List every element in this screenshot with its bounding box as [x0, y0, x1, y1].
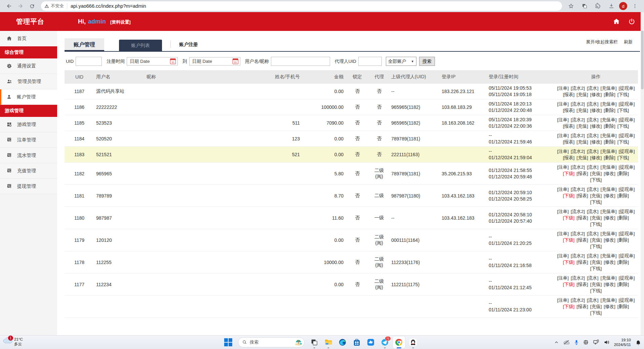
- action-link[interactable]: [删除]: [617, 215, 629, 220]
- action-link[interactable]: [流水]: [587, 231, 599, 236]
- action-link[interactable]: [删除]: [617, 193, 629, 198]
- action-link[interactable]: [修改]: [604, 193, 615, 198]
- menu-kebab-icon[interactable]: [631, 2, 639, 10]
- forward-icon[interactable]: [16, 2, 25, 10]
- action-link[interactable]: [修改]: [604, 215, 615, 220]
- action-link[interactable]: [下线]: [590, 244, 602, 249]
- start-icon[interactable]: [222, 336, 235, 349]
- action-link[interactable]: [修改]: [590, 92, 602, 97]
- action-link[interactable]: [充值]: [576, 124, 588, 129]
- action-link[interactable]: [下线]: [617, 124, 629, 129]
- action-link[interactable]: [报表]: [576, 260, 588, 265]
- action-link[interactable]: [注单]: [557, 133, 569, 138]
- action-link[interactable]: [提现单]: [619, 133, 635, 138]
- action-link[interactable]: [提现单]: [619, 86, 635, 91]
- qq-icon[interactable]: [407, 336, 419, 349]
- action-link[interactable]: [流水2]: [571, 133, 585, 138]
- action-link[interactable]: [修改]: [604, 282, 615, 287]
- action-link[interactable]: [报表]: [576, 282, 588, 287]
- action-link[interactable]: [提现单]: [619, 101, 635, 106]
- action-link[interactable]: [删除]: [617, 260, 629, 265]
- action-link[interactable]: [流水]: [587, 209, 599, 214]
- action-link[interactable]: [充值单]: [601, 101, 617, 106]
- extensions-icon[interactable]: [594, 2, 602, 10]
- security-chip[interactable]: 不安全: [44, 3, 67, 9]
- action-link[interactable]: [提现单]: [619, 253, 635, 258]
- action-link[interactable]: [下线]: [617, 108, 629, 113]
- action-link[interactable]: [修改]: [604, 304, 615, 309]
- action-link[interactable]: [下线]: [590, 310, 602, 315]
- action-link[interactable]: [注单]: [557, 165, 569, 170]
- crosshair-icon[interactable]: [583, 340, 589, 345]
- action-link[interactable]: [充值单]: [601, 165, 617, 170]
- action-link[interactable]: [下线]: [617, 92, 629, 97]
- scrollbar-thumb[interactable]: [641, 31, 644, 89]
- action-link[interactable]: [删除]: [617, 282, 629, 287]
- action-link[interactable]: [流水]: [587, 275, 599, 280]
- action-link[interactable]: [流水2]: [571, 187, 585, 192]
- action-link[interactable]: [提现单]: [619, 165, 635, 170]
- action-link[interactable]: [删除]: [604, 124, 615, 129]
- downloads-icon[interactable]: [607, 2, 616, 10]
- action-link[interactable]: [下级]: [563, 215, 575, 220]
- action-link[interactable]: [修改]: [604, 237, 615, 243]
- action-link[interactable]: [流水]: [587, 101, 599, 106]
- action-link[interactable]: [流水2]: [571, 231, 585, 236]
- action-link[interactable]: [提现单]: [619, 275, 635, 280]
- sidebar-item-turnover-management[interactable]: o流水管理: [0, 148, 57, 163]
- action-link[interactable]: [下线]: [590, 222, 602, 227]
- microphone-icon[interactable]: [574, 340, 579, 345]
- action-link[interactable]: [报表]: [576, 215, 588, 220]
- tab-account-management[interactable]: 账户管理: [65, 38, 104, 51]
- action-link[interactable]: [提现单]: [619, 117, 635, 122]
- action-link[interactable]: [充值单]: [601, 209, 617, 214]
- profile-settings-link[interactable]: [资料设置]: [110, 19, 131, 25]
- sidebar-item-account-management[interactable]: 账户管理: [0, 89, 57, 105]
- action-link[interactable]: [提现单]: [619, 149, 635, 154]
- power-icon[interactable]: [628, 18, 635, 25]
- chrome-icon[interactable]: [393, 336, 405, 349]
- action-link[interactable]: [报表]: [576, 237, 588, 243]
- action-link[interactable]: [充值]: [590, 193, 602, 198]
- action-link[interactable]: [报表]: [576, 304, 588, 309]
- action-link[interactable]: [流水]: [587, 187, 599, 192]
- sidebar-item-withdraw-management[interactable]: o提现管理: [0, 179, 57, 194]
- action-link[interactable]: [报表]: [563, 155, 575, 160]
- action-link[interactable]: [流水]: [587, 86, 599, 91]
- action-link[interactable]: [修改]: [590, 139, 602, 144]
- action-link[interactable]: [流水2]: [571, 101, 585, 106]
- action-link[interactable]: [报表]: [563, 108, 575, 113]
- action-link[interactable]: [注单]: [557, 275, 569, 280]
- action-link[interactable]: [报表]: [563, 92, 575, 97]
- action-link[interactable]: [充值]: [576, 92, 588, 97]
- action-link[interactable]: [注单]: [557, 209, 569, 214]
- action-link[interactable]: [流水2]: [571, 275, 585, 280]
- action-link[interactable]: [充值]: [576, 108, 588, 113]
- action-link[interactable]: [修改]: [590, 155, 602, 160]
- action-link[interactable]: [报表]: [576, 193, 588, 198]
- address-bar[interactable]: 不安全 api.yao666.cc/index.php?m=admin: [41, 1, 562, 11]
- action-link[interactable]: [充值单]: [601, 231, 617, 236]
- calendar-icon[interactable]: 31: [170, 58, 176, 64]
- sidebar-item-game-management[interactable]: 游戏管理: [0, 117, 57, 132]
- sidebar-item-home[interactable]: 首页: [0, 31, 57, 46]
- action-link[interactable]: [充值]: [590, 260, 602, 265]
- action-link[interactable]: [注单]: [557, 86, 569, 91]
- action-link[interactable]: [流水2]: [571, 253, 585, 258]
- notifications-dnd-icon[interactable]: z: [635, 339, 641, 345]
- action-link[interactable]: [下线]: [590, 288, 602, 293]
- action-link[interactable]: [流水2]: [571, 86, 585, 91]
- action-link[interactable]: [提现单]: [619, 298, 635, 303]
- action-link[interactable]: [下线]: [590, 177, 602, 182]
- action-link[interactable]: [充值]: [590, 171, 602, 176]
- telegram-icon[interactable]: 71: [378, 336, 391, 349]
- profile-avatar[interactable]: d: [619, 2, 627, 10]
- tab-groups-icon[interactable]: [580, 2, 589, 10]
- agent-uid-input[interactable]: [358, 57, 382, 66]
- action-link[interactable]: [删除]: [604, 139, 615, 144]
- action-link[interactable]: [修改]: [590, 124, 602, 129]
- sidebar-item-admin-management[interactable]: 管理员管理: [0, 74, 57, 89]
- url-text[interactable]: api.yao666.cc/index.php?m=admin: [71, 3, 146, 9]
- volume-icon[interactable]: [604, 340, 610, 345]
- weather-widget[interactable]: 1 21°C 多云: [3, 336, 23, 346]
